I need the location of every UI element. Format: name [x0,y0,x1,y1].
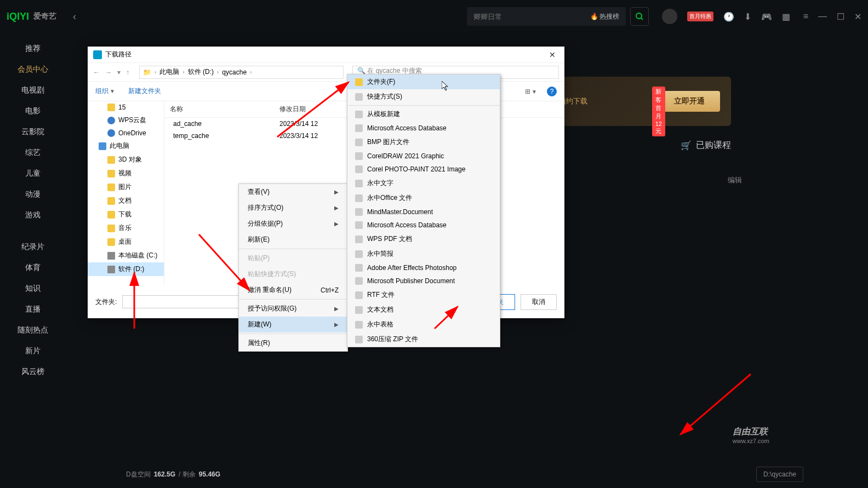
download-icon[interactable]: ⬇ [744,12,751,22]
sidebar-item[interactable]: 会员中心 [0,59,66,80]
new-folder-button[interactable]: 新建文件夹 [128,87,161,96]
sidebar: 推荐会员中心电视剧电影云影院综艺儿童动漫游戏纪录片体育知识直播随刻热点新片风云榜 [0,33,66,488]
sidebar-item[interactable]: 电影 [0,101,66,122]
sidebar-item[interactable]: 动漫 [0,184,66,205]
logo-text: iQIYI [7,11,29,22]
filetype-icon [355,78,363,86]
folder-icon [107,211,115,219]
path-box[interactable]: D:\qycache [756,467,803,482]
nav-path[interactable]: 📁 › 此电脑 › 软件 (D:) › qycache › [139,66,344,79]
ctx-item[interactable]: 新建(W)▶ [239,317,347,332]
sidebar-item[interactable]: 儿童 [0,163,66,184]
sidebar-item[interactable]: 知识 [0,278,66,299]
sub-item[interactable]: 永中Office 文件 [347,191,500,205]
ctx-item[interactable]: 刷新(E) [239,232,347,248]
sidebar-item[interactable]: 体育 [0,257,66,278]
dialog-icon [93,50,102,59]
sidebar-item[interactable]: 纪录片 [0,237,66,257]
tree-item[interactable]: 图片 [88,180,164,194]
tree-item[interactable]: 音乐 [88,221,164,235]
drive-icon [107,252,115,260]
filetype-icon [355,93,363,101]
tree-item[interactable]: OneDrive [88,127,164,139]
tree-item[interactable]: 15 [88,101,164,113]
sub-item[interactable]: RTF 文件 [347,288,500,302]
promo-button[interactable]: 立即开通 [659,91,720,112]
folder-label: 文件夹: [95,297,117,307]
nav-up-icon[interactable]: ↑ [126,68,129,76]
dialog-close-button[interactable]: ✕ [546,50,559,59]
grid-icon[interactable]: ▦ [782,12,790,22]
cancel-button[interactable]: 取消 [521,294,557,310]
ctx-item[interactable]: 授予访问权限(G)▶ [239,301,347,317]
ctx-item[interactable]: 查看(V)▶ [239,184,347,200]
vip-badge[interactable]: 首月特惠 [687,12,713,21]
back-button[interactable]: ‹ [73,11,76,22]
filetype-icon [355,321,363,329]
tree-item[interactable]: 此电脑 [88,139,164,153]
ctx-item[interactable]: 撤消 重命名(U)Ctrl+Z [239,282,347,298]
sub-item[interactable]: 文本文档 [347,302,500,317]
sub-item[interactable]: 永中表格 [347,317,500,332]
sub-item[interactable]: BMP 图片文件 [347,135,500,150]
tree-item[interactable]: 桌面 [88,235,164,249]
sub-item[interactable]: Microsoft Access Database [347,219,500,232]
sub-item[interactable]: 360压缩 ZIP 文件 [347,332,500,347]
sidebar-item[interactable]: 推荐 [0,38,66,59]
minimize-icon[interactable]: — [818,12,827,22]
sub-item[interactable]: Adobe After Effects Photoshop [347,261,500,274]
menu-icon[interactable]: ≡ [803,12,808,22]
history-icon[interactable]: 🕐 [723,12,734,22]
context-submenu-new: 文件夹(F)快捷方式(S)从模板新建Microsoft Access Datab… [347,74,500,347]
sidebar-item[interactable]: 游戏 [0,205,66,226]
search-button[interactable] [630,7,649,26]
logo[interactable]: iQIYI 爱奇艺 [7,11,56,22]
sub-item[interactable]: 永中文字 [347,176,500,191]
search-input[interactable] [473,13,590,21]
nav-forward-icon[interactable]: → [105,68,112,76]
ctx-item[interactable]: 分组依据(P)▶ [239,216,347,232]
chevron-right-icon: ▶ [334,221,339,227]
avatar[interactable] [662,9,677,24]
ctx-item: 粘贴快捷方式(S) [239,266,347,282]
sidebar-item[interactable]: 云影院 [0,122,66,142]
nav-back-icon[interactable]: ← [93,68,100,76]
tree-item[interactable]: 本地磁盘 (C:) [88,249,164,262]
tree-item[interactable]: WPS云盘 [88,113,164,127]
sub-item[interactable]: Microsoft Publisher Document [347,274,500,288]
sub-item[interactable]: WPS PDF 文档 [347,232,500,246]
ctx-item[interactable]: 属性(R) [239,335,347,351]
sidebar-item[interactable]: 随刻热点 [0,320,66,341]
sub-item[interactable]: 文件夹(F) [347,74,500,89]
sub-item[interactable]: Microsoft Access Database [347,122,500,135]
game-icon[interactable]: 🎮 [761,12,772,22]
ctx-item[interactable]: 排序方式(O)▶ [239,200,347,216]
tree-item[interactable]: 软件 (D:) [88,262,164,276]
sub-item[interactable]: Corel PHOTO-PAINT 2021 Image [347,163,500,176]
sub-item[interactable]: 从模板新建 [347,107,500,122]
organize-button[interactable]: 组织▼ [95,87,115,96]
drive-icon [107,266,115,273]
hot-badge[interactable]: 🔥热搜榜 [590,12,619,21]
sidebar-item[interactable]: 风云榜 [0,361,66,382]
help-icon[interactable]: ? [547,87,557,96]
sidebar-item[interactable]: 电视剧 [0,80,66,101]
tree-item[interactable]: 3D 对象 [88,153,164,167]
sidebar-item[interactable]: 新片 [0,341,66,361]
view-icon[interactable]: ⊞▼ [525,88,537,95]
sub-item[interactable]: 快捷方式(S) [347,89,500,104]
sidebar-item[interactable]: 直播 [0,299,66,320]
tree-item[interactable]: 视频 [88,167,164,180]
sub-item[interactable]: 永中简报 [347,246,500,261]
close-icon[interactable]: ✕ [854,12,861,22]
edit-link[interactable]: 编辑 [728,175,742,185]
tree-item[interactable]: 文档 [88,194,164,208]
sub-item[interactable]: CorelDRAW 2021 Graphic [347,150,500,163]
tree-item[interactable]: 下载 [88,208,164,221]
sub-item[interactable]: MindMaster.Document [347,205,500,219]
nav-recent-icon[interactable]: ▾ [117,68,121,76]
sidebar-item[interactable]: 综艺 [0,142,66,163]
maximize-icon[interactable]: ☐ [837,12,844,22]
dialog-title: 下载路径 [105,50,132,59]
col-name[interactable]: 名称 [170,105,279,114]
